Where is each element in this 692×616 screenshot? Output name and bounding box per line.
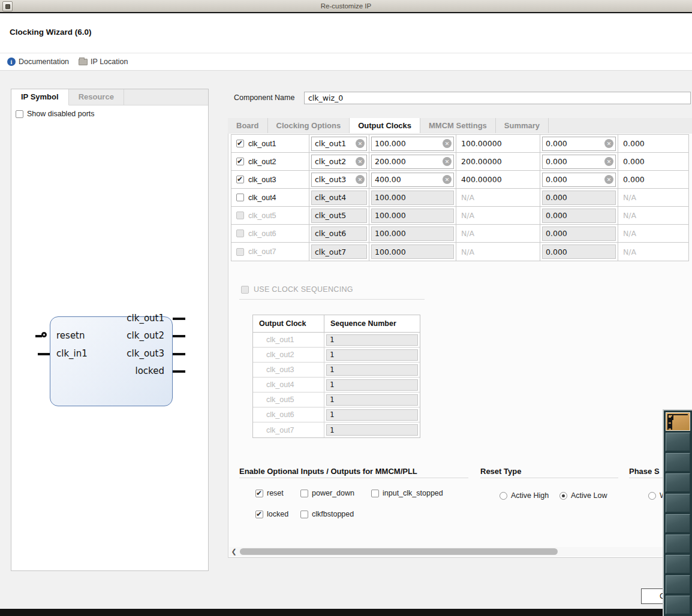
seq-clock-label: clk_out5 [253,395,294,404]
clkfbstopped-option[interactable]: clkfbstopped [300,510,354,518]
window-thumbnail-icon[interactable] [666,412,690,431]
clk-out3-stub [173,353,185,355]
tab-clocking-options[interactable]: Clocking Options [268,118,350,133]
reset-option[interactable]: reset [255,489,284,497]
seq-value: 1 [330,351,334,359]
output-freq-value: 400.00 [375,175,443,184]
reset-label: reset [267,489,284,497]
dock-cell[interactable] [666,555,690,573]
port-name-field[interactable]: clk_out1 [311,137,367,151]
section-underline [480,478,618,478]
input-clk-stopped-checkbox[interactable] [371,490,379,497]
window-menu-button[interactable] [2,1,13,11]
clkfbstopped-checkbox[interactable] [300,511,308,518]
locked-label: locked [267,510,288,518]
output-freq-value: 100.000 [375,247,453,256]
tab-output-clocks[interactable]: Output Clocks [350,118,420,133]
phase-value: 0.000 [546,229,615,238]
ip-location-link[interactable]: IP Location [79,58,128,66]
reset-checkbox[interactable] [255,490,263,497]
port-name-value: clk_out6 [315,229,366,238]
clear-icon[interactable] [604,139,613,148]
table-row: clk_out5 clk_out5 100.000 N/A 0.000 N/A [231,207,688,225]
optional-io-title: Enable Optional Inputs / Outputs for MMC… [239,467,417,476]
table-row: clk_out1 clk_out1 100.000 100.00000 0.00… [231,135,688,153]
output-freq-field: 100.000 [371,191,454,205]
component-name-input[interactable]: clk_wiz_0 [304,92,691,104]
output-freq-field[interactable]: 400.00 [371,173,454,187]
active-high-radio[interactable] [500,492,507,500]
clear-icon[interactable] [356,139,365,148]
seq-clock-label: clk_out7 [253,426,294,434]
dock-cell[interactable] [666,494,690,512]
active-low-radio[interactable] [559,492,567,500]
input-clk-stopped-option[interactable]: input_clk_stopped [371,489,443,497]
clear-icon[interactable] [356,157,365,166]
clock-sequencing-table: Output Clock Sequence Number clk_out11 c… [252,315,420,438]
actual-freq-value: 200.00000 [461,157,502,166]
phase-value: 0.000 [546,211,615,220]
phase-field: 0.000 [542,244,616,259]
show-disabled-ports-checkbox[interactable] [16,110,23,118]
seq-clock-label: clk_out2 [253,351,294,359]
actual-freq-value: 100.00000 [461,139,502,148]
output-clocks-panel: clk_out1 clk_out1 100.000 100.00000 0.00… [228,134,692,558]
dock-cell[interactable] [666,473,690,492]
clk-out1-enable-checkbox[interactable] [236,140,244,147]
scrollbar-thumb[interactable] [240,548,558,555]
input-clk-stopped-label: input_clk_stopped [383,489,443,497]
tab-summary[interactable]: Summary [496,118,549,133]
power-down-checkbox[interactable] [300,490,308,497]
actual-phase-value: N/A [623,229,636,238]
locked-option[interactable]: locked [255,510,288,518]
horizontal-scrollbar[interactable] [230,547,690,556]
active-high-option[interactable]: Active High [500,491,549,500]
phase-field[interactable]: 0.000 [542,173,616,187]
output-freq-field[interactable]: 100.000 [371,137,454,151]
tab-mmcm-settings[interactable]: MMCM Settings [420,118,496,133]
row-label: clk_out6 [248,230,276,238]
ip-location-label: IP Location [91,58,128,66]
clear-icon[interactable] [604,175,613,184]
output-freq-value: 100.000 [375,211,453,220]
scroll-left-icon[interactable] [230,548,238,556]
power-down-option[interactable]: power_down [300,489,354,497]
table-row: clk_out71 [253,422,420,437]
tab-board[interactable]: Board [228,118,268,133]
clk-out3-enable-checkbox[interactable] [236,176,244,183]
dock-cell[interactable] [666,453,690,472]
clk-out2-enable-checkbox[interactable] [236,158,244,165]
clear-icon[interactable] [356,175,365,184]
dock-cell[interactable] [666,575,690,594]
resetn-inversion-bubble [41,332,47,337]
port-name-value: clk_out5 [315,211,366,220]
use-clock-sequencing-label: USE CLOCK SEQUENCING [254,285,353,294]
clk-out4-enable-checkbox[interactable] [236,194,244,201]
dialog-header: Clocking Wizard (6.0) Documentation IP L… [0,14,692,71]
port-name-value: clk_out4 [315,193,366,202]
dock-cell[interactable] [666,514,690,533]
dock-cell[interactable] [666,596,690,614]
phase-field[interactable]: 0.000 [542,137,616,151]
clear-icon[interactable] [443,157,452,166]
dock-cell[interactable] [666,535,690,553]
table-row: clk_out61 [253,407,420,422]
output-freq-field[interactable]: 200.000 [371,155,454,169]
table-row: clk_out3 clk_out3 400.00 400.00000 0.000… [231,171,688,189]
documentation-link[interactable]: Documentation [7,58,69,66]
show-disabled-ports[interactable]: Show disabled ports [16,110,95,118]
port-name-field[interactable]: clk_out3 [311,173,367,187]
locked-checkbox[interactable] [255,511,263,518]
port-name-field: clk_out7 [311,244,367,259]
tab-resource[interactable]: Resource [69,89,124,105]
clear-icon[interactable] [604,157,613,166]
clear-icon[interactable] [443,175,452,184]
tab-ip-symbol[interactable]: IP Symbol [11,89,69,105]
sequencing-header-row: Output Clock Sequence Number [253,315,420,333]
clear-icon[interactable] [443,139,452,148]
port-name-field[interactable]: clk_out2 [311,155,367,169]
phase-field[interactable]: 0.000 [542,155,616,169]
active-low-option[interactable]: Active Low [559,491,607,500]
phase-option-radio[interactable] [648,492,656,500]
dock-cell[interactable] [666,433,690,451]
